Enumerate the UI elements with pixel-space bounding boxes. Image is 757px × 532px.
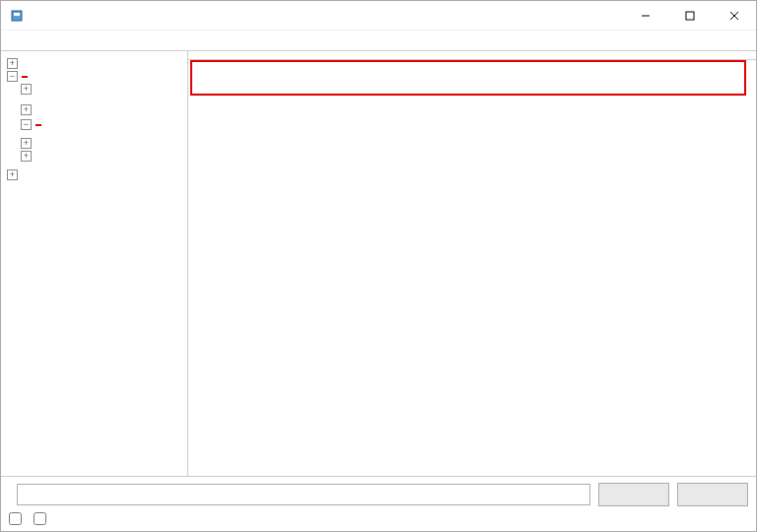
maximize-button[interactable] <box>667 1 712 30</box>
svg-rect-1 <box>14 13 20 16</box>
table-body[interactable] <box>188 60 756 476</box>
app-icon <box>9 8 25 24</box>
highlight-box <box>190 60 746 96</box>
collapse-icon[interactable]: − <box>7 71 18 82</box>
expand-icon[interactable]: + <box>21 104 32 115</box>
close-footer-button[interactable] <box>677 483 748 506</box>
expand-icon[interactable]: + <box>21 151 32 162</box>
menu-help[interactable] <box>60 38 76 42</box>
minimize-button[interactable] <box>623 1 667 30</box>
tree-view[interactable]: + − + + − + + + <box>1 51 188 476</box>
tree-storage[interactable]: + <box>3 150 185 163</box>
search-input[interactable] <box>17 484 590 505</box>
tree-software[interactable]: + <box>3 168 185 181</box>
find-button[interactable] <box>598 483 669 506</box>
menu-view[interactable] <box>42 38 58 42</box>
column-value[interactable] <box>346 51 756 59</box>
column-element[interactable] <box>188 51 346 59</box>
tree-ports[interactable]: + <box>3 137 185 150</box>
menu-edit[interactable] <box>25 38 40 42</box>
menu-file[interactable] <box>7 38 23 42</box>
expand-icon[interactable]: + <box>21 138 32 149</box>
tree-network[interactable]: − <box>3 118 185 131</box>
tree-hardware[interactable]: + <box>3 57 185 70</box>
tree-input[interactable]: + <box>3 103 185 116</box>
checkbox-selected-category[interactable] <box>9 512 26 525</box>
close-button[interactable] <box>712 1 756 30</box>
checkbox-names-only[interactable] <box>34 512 50 525</box>
svg-rect-3 <box>686 12 694 20</box>
expand-icon[interactable]: + <box>7 58 18 69</box>
table-header <box>188 51 756 60</box>
tree-multimedia[interactable]: + <box>3 83 185 96</box>
expand-icon[interactable]: + <box>7 169 18 180</box>
tree-components[interactable]: − <box>3 70 185 83</box>
expand-icon[interactable]: + <box>21 84 32 95</box>
collapse-icon[interactable]: − <box>21 119 32 130</box>
